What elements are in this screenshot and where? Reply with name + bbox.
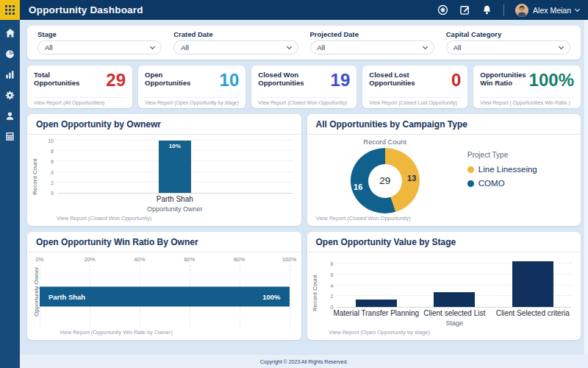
user-menu[interactable]: Alex Meian xyxy=(515,4,579,17)
chart-panel-3: Open Opportunity Win Ratio By OwnerOppor… xyxy=(27,232,301,340)
axis-tick: 6 xyxy=(331,272,334,277)
x-axis-label: Stage xyxy=(337,318,573,328)
kpi-card-5: Opportunities Win Ratio100%View Report (… xyxy=(473,66,581,108)
sidebar-item-pie-chart-icon[interactable] xyxy=(5,49,15,59)
filter-select-capital-category[interactable]: All xyxy=(446,40,570,54)
plot-column: 02468Material Transfer PlanningClient se… xyxy=(318,258,573,328)
x-axis-ticks: 0%20%40%60%80%100% xyxy=(40,255,290,265)
sidebar-item-calculator-icon[interactable] xyxy=(5,131,15,141)
chart-panel-1: Open Opportunity by OwnewrRecord Count02… xyxy=(27,114,301,226)
sidebar xyxy=(0,20,20,368)
chevron-down-icon xyxy=(150,43,155,49)
topbar-divider xyxy=(503,4,504,16)
legend-label: Line Linesseing xyxy=(478,165,537,174)
chart-title: Open Opportunity by Ownewr xyxy=(27,114,301,135)
bar-value-label: 10% xyxy=(159,143,191,149)
kpi-top: Opportunities Win Ratio100% xyxy=(480,71,574,97)
filter-value: All xyxy=(453,43,462,52)
kpi-top: Closed Won Opportunities19 xyxy=(258,71,350,97)
kpi-card-2: Open Opportunities10View Report (Open Op… xyxy=(138,66,245,108)
donut-chart[interactable]: 131629 xyxy=(351,148,420,213)
kpi-top: Open Opportunities10 xyxy=(145,71,239,97)
axis-tick: 0% xyxy=(36,256,44,263)
filter-group-1: StageAll xyxy=(37,30,162,54)
filter-group-2: Crated DateAll xyxy=(173,30,298,54)
kpi-value: 0 xyxy=(429,71,462,89)
filter-label: Projected Date xyxy=(310,30,434,38)
bar[interactable]: 10% xyxy=(159,141,191,193)
kpi-value: 19 xyxy=(318,71,351,89)
scrollbar[interactable] xyxy=(584,20,588,355)
kpi-title: Opportunities Win Ratio xyxy=(480,71,526,87)
chart-title: Open Opportunity Win Ratio By Owner xyxy=(27,232,301,252)
kpi-row: Total Opportunities29View Report (All Op… xyxy=(27,66,581,108)
filter-label: Stage xyxy=(37,30,162,38)
kpi-value: 29 xyxy=(94,71,126,89)
sidebar-item-bar-chart-icon[interactable] xyxy=(5,69,15,79)
kpi-value: 10 xyxy=(207,71,240,89)
chart-view-report-link[interactable]: View Report (Closed Won Opportunity) xyxy=(307,213,581,226)
category-label: Client selected List xyxy=(423,309,485,317)
kpi-title: Total Opportunities xyxy=(34,71,91,87)
category-label: Parth Shah xyxy=(157,195,193,203)
y-axis-label: Record Count xyxy=(32,141,38,213)
chart-view-report-link[interactable]: View Report (Closed Won Opportunity) xyxy=(27,213,301,226)
legend-item[interactable]: COMO xyxy=(467,179,581,188)
kpi-card-3: Closed Won Opportunities19View Report (C… xyxy=(251,66,356,108)
kpi-top: Closed Lost Opportunities0 xyxy=(369,71,461,97)
axis-tick: 8 xyxy=(331,261,334,266)
category-label: Client Selected criteria xyxy=(496,309,570,317)
compose-icon[interactable] xyxy=(459,4,470,15)
bell-icon[interactable] xyxy=(481,4,492,15)
bar[interactable]: Parth Shah100% xyxy=(40,286,290,306)
filter-value: All xyxy=(45,43,53,52)
legend-item[interactable]: Line Linesseing xyxy=(467,165,581,174)
axis-tick: 40% xyxy=(134,256,145,263)
kpi-view-report-link[interactable]: View Report (All Opportunities) xyxy=(34,97,126,108)
donut-center-label: 29 xyxy=(379,175,390,186)
donut-top-label: Record Count xyxy=(363,138,406,146)
sidebar-item-user-icon[interactable] xyxy=(5,110,15,121)
donut-hole: 29 xyxy=(368,164,402,198)
kpi-view-report-link[interactable]: View Report (Open Opportunity by stage) xyxy=(145,97,239,108)
axis-tick: 20% xyxy=(84,256,95,263)
legend-dot xyxy=(467,180,474,187)
filter-group-4: Capital CategoryAll xyxy=(446,30,570,54)
sidebar-item-gear-icon[interactable] xyxy=(5,90,15,100)
help-icon[interactable] xyxy=(437,4,448,15)
legend: Project TypeLine LinesseingCOMO xyxy=(463,135,581,213)
chart-view-report-link[interactable]: View Report (Open Opportunity by stage) xyxy=(307,328,581,340)
filter-label: Crated Date xyxy=(173,30,298,38)
bar[interactable] xyxy=(512,261,553,307)
x-axis-label: Opportunity Owner xyxy=(57,204,293,213)
chart-view-report-link[interactable]: View Report (Opportunity Win Rate by Own… xyxy=(27,328,301,340)
filter-select-stage[interactable]: All xyxy=(37,40,162,54)
filter-select-projected-date[interactable]: All xyxy=(310,40,434,54)
bar[interactable] xyxy=(434,292,475,307)
sidebar-item-home[interactable] xyxy=(5,28,15,38)
donut-column: Record Count131629 xyxy=(307,135,463,213)
axis-tick: 4 xyxy=(51,169,54,174)
plot-column: 024681010%Parth ShahOpportunity Owner xyxy=(38,141,293,213)
chevron-down-icon xyxy=(575,6,580,11)
plot-area: 024681010% xyxy=(57,141,293,194)
filter-label: Capital Category xyxy=(446,30,570,38)
kpi-value: 100% xyxy=(529,71,574,89)
bar[interactable] xyxy=(356,300,397,307)
vbar-chart: Record Count024681010%Parth ShahOpportun… xyxy=(27,135,301,213)
vbar-chart: Record Count02468Material Transfer Plann… xyxy=(307,252,581,328)
axis-tick: 4 xyxy=(331,283,334,288)
axis-tick: 0 xyxy=(51,191,54,196)
kpi-view-report-link[interactable]: View Report (Closed Won Opportunity) xyxy=(258,97,350,108)
copyright-footer: Copyright © 2023 All Rights Reserved. xyxy=(20,355,588,368)
chart-title: Open Opportunity Value by Stage xyxy=(307,232,581,252)
chart-panel-2: All Opportunities by Campaign TypeRecord… xyxy=(307,114,581,226)
app-launcher-button[interactable] xyxy=(0,0,20,20)
kpi-view-report-link[interactable]: View Report ( Opportunities Win Ratio ) xyxy=(480,97,574,108)
plot-column: 0%20%40%60%80%100%Parth Shah100% xyxy=(40,255,290,328)
legend-dot xyxy=(467,166,474,173)
axis-tick: 2 xyxy=(51,180,54,185)
filter-select-crated-date[interactable]: All xyxy=(173,40,298,54)
axis-tick: 8 xyxy=(51,149,54,154)
kpi-view-report-link[interactable]: View Report (Closed Lost Opportunity) xyxy=(369,97,461,108)
